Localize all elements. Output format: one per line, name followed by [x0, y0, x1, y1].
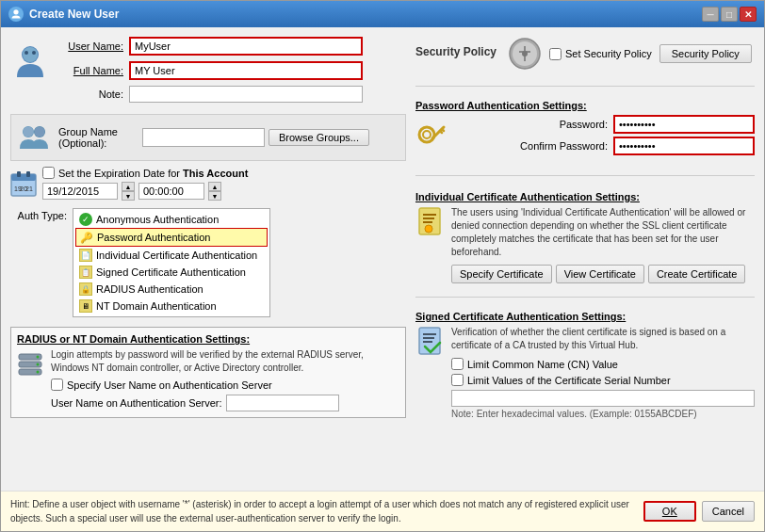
username-label: User Name: [57, 40, 123, 52]
time-spin-up[interactable]: ▲ [208, 182, 221, 191]
footer-hint: Hint: Define a user object with username… [1, 491, 764, 531]
cert-inner: The users using 'Individual Certificate … [415, 206, 755, 283]
expiry-checkbox-row: Set the Expiration Date for This Account [42, 167, 248, 179]
set-security-checkbox[interactable] [549, 48, 562, 60]
note-input[interactable] [129, 86, 363, 103]
hint-text: Hint: Define a user object with username… [10, 497, 634, 525]
cert-buttons: Specify Certificate View Certificate Cre… [451, 265, 755, 283]
minimize-button[interactable]: ─ [702, 7, 719, 22]
note-row: Note: [57, 86, 363, 103]
radius-row: Login attempts by password will be verif… [17, 348, 399, 411]
time-spinner[interactable]: ▲ ▼ [208, 182, 221, 201]
view-certificate-button[interactable]: View Certificate [556, 265, 644, 283]
radius-username-input[interactable] [226, 395, 339, 411]
confirm-password-label: Confirm Password: [520, 140, 608, 152]
security-policy-title: Security Policy [415, 45, 500, 58]
signed-cert-section: Signed Certificate Authentication Settin… [415, 311, 755, 419]
window-controls: ─ □ ✕ [702, 7, 757, 22]
svg-rect-28 [423, 214, 436, 216]
auth-domain[interactable]: 🖥 NT Domain Authentication [75, 298, 268, 314]
serial-note: Note: Enter hexadecimal values. (Example… [451, 409, 755, 419]
svg-rect-30 [423, 221, 432, 223]
serial-number-input[interactable] [451, 390, 755, 407]
svg-rect-35 [423, 341, 432, 343]
calendar-icon: 19 20 21 [10, 170, 37, 197]
specify-certificate-button[interactable]: Specify Certificate [451, 265, 552, 283]
auth-radius[interactable]: 🔒 RADIUS Authentication [75, 281, 268, 298]
svg-point-31 [425, 225, 432, 233]
radius-title: RADIUS or NT Domain Authentication Setti… [17, 333, 399, 345]
svg-point-0 [13, 9, 18, 14]
auth-individual-cert-label: Individual Certificate Authentication [96, 250, 257, 261]
user-form: User Name: Full Name: Note: [10, 37, 406, 105]
individual-cert-title: Individual Certificate Authentication Se… [415, 191, 755, 202]
date-spin-up[interactable]: ▲ [122, 182, 135, 191]
user-avatar-icon [10, 40, 50, 80]
auth-signed-cert[interactable]: 📋 Signed Certificate Authentication [75, 264, 268, 281]
note-label: Note: [57, 89, 123, 100]
password-label: Password: [560, 119, 608, 130]
group-section: Group Name(Optional): Browse Groups... [10, 114, 406, 161]
password-fields: Password: Confirm Password: [453, 115, 755, 158]
cert-description: The users using 'Individual Certificate … [451, 206, 755, 259]
auth-password-label: Password Authentication [97, 232, 210, 243]
auth-password[interactable]: 🔑 Password Authentication [75, 228, 268, 247]
svg-point-3 [24, 51, 28, 55]
expiry-checkbox[interactable] [42, 167, 55, 179]
create-new-user-window: Create New User ─ □ ✕ [0, 0, 765, 532]
auth-anonymous-label: Anonymous Authentication [96, 214, 219, 225]
confirm-password-row: Confirm Password: [453, 137, 755, 155]
limit-cn-checkbox[interactable] [451, 358, 464, 370]
auth-type-list: ✓ Anonymous Authentication 🔑 Password Au… [73, 208, 270, 317]
password-section: Password Authentication Settings: [415, 96, 755, 166]
svg-point-2 [23, 47, 38, 62]
auth-individual-cert[interactable]: 📄 Individual Certificate Authentication [75, 247, 268, 264]
svg-point-25 [419, 127, 434, 142]
individual-cert-section: Individual Certificate Authentication Se… [415, 187, 755, 287]
svg-point-19 [37, 356, 40, 359]
signed-cert-document-icon [415, 326, 446, 419]
fullname-input[interactable] [129, 61, 363, 80]
svg-point-8 [35, 127, 45, 137]
limit-serial-row: Limit Values of the Certificate Serial N… [451, 374, 755, 386]
time-spin-down[interactable]: ▼ [208, 191, 221, 201]
maximize-button[interactable]: □ [721, 7, 738, 22]
limit-serial-checkbox[interactable] [451, 374, 464, 386]
auth-anonymous[interactable]: ✓ Anonymous Authentication [75, 211, 268, 228]
browse-groups-button[interactable]: Browse Groups... [269, 129, 369, 146]
svg-point-26 [423, 131, 431, 138]
ok-button[interactable]: OK [643, 501, 696, 522]
security-policy-button[interactable]: Security Policy [659, 44, 752, 63]
group-name-input[interactable] [142, 128, 265, 147]
expiry-date-row: ▲ ▼ ▲ ▼ [42, 182, 248, 201]
expiry-label: Set the Expiration Date for This Account [58, 168, 248, 179]
date-spin-down[interactable]: ▼ [122, 191, 135, 201]
fullname-row: Full Name: [57, 61, 363, 80]
radius-icon: 🔒 [79, 282, 92, 296]
svg-point-21 [37, 371, 40, 374]
confirm-password-input[interactable] [613, 137, 755, 155]
svg-rect-10 [11, 174, 36, 181]
expiry-time-input[interactable] [138, 183, 204, 200]
specify-username-label: Specify User Name on Authentication Serv… [67, 379, 272, 391]
expiry-date-input[interactable] [42, 183, 118, 200]
radius-text: Login attempts by password will be verif… [51, 348, 399, 375]
cancel-button[interactable]: Cancel [702, 501, 755, 522]
username-input[interactable] [129, 37, 363, 56]
fullname-label: Full Name: [57, 65, 123, 76]
svg-point-24 [522, 51, 528, 56]
create-certificate-button[interactable]: Create Certificate [648, 265, 746, 283]
radius-username-label: User Name on Authentication Server: [51, 397, 222, 409]
svg-rect-29 [423, 218, 434, 219]
signed-cert-title: Signed Certificate Authentication Settin… [415, 311, 755, 322]
cert-content: The users using 'Individual Certificate … [451, 206, 755, 283]
password-row: Password: Confirm Password: [415, 115, 755, 158]
password-input[interactable] [613, 115, 755, 134]
radius-username-row: User Name on Authentication Server: [51, 395, 399, 411]
cert-icon: 📄 [79, 249, 92, 262]
specify-username-checkbox[interactable] [51, 379, 63, 391]
date-spinner[interactable]: ▲ ▼ [122, 182, 135, 201]
left-panel: User Name: Full Name: Note: [10, 37, 406, 481]
footer-buttons: OK Cancel [643, 501, 755, 522]
close-button[interactable]: ✕ [740, 7, 757, 22]
